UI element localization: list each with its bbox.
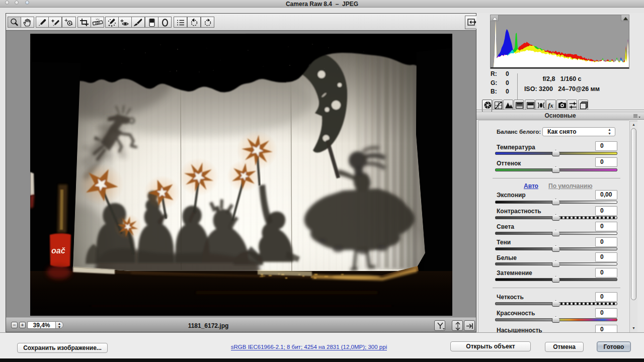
- svg-text:oač: oač: [51, 246, 65, 255]
- svg-text:fx: fx: [548, 102, 553, 109]
